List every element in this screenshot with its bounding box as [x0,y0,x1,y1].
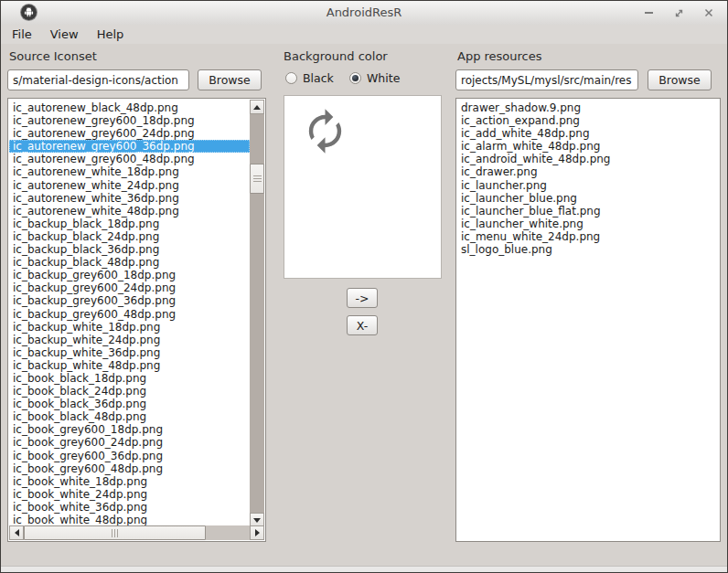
list-item[interactable]: ic_backup_white_36dp.png [9,346,250,359]
list-item[interactable]: ic_backup_white_18dp.png [9,321,250,334]
list-item[interactable]: ic_action_expand.png [457,114,719,127]
arrow-down-icon [253,518,261,523]
list-item[interactable]: ic_book_grey600_48dp.png [9,462,250,475]
list-item[interactable]: ic_book_white_48dp.png [9,514,250,525]
list-item[interactable]: ic_autorenew_grey600_36dp.png [9,140,250,153]
list-item[interactable]: ic_launcher_white.png [457,218,719,230]
maximize-button[interactable] [668,4,690,22]
close-button[interactable] [698,4,720,22]
vertical-scroll-thumb[interactable] [250,164,264,194]
menu-bar: File View Help [1,25,727,44]
list-item[interactable]: ic_autorenew_grey600_48dp.png [9,153,250,165]
horizontal-scrollbar[interactable] [9,525,264,540]
resources-path-input[interactable] [455,69,638,90]
list-item[interactable]: ic_backup_grey600_18dp.png [9,269,250,281]
list-item[interactable]: ic_book_white_24dp.png [9,488,250,501]
list-item[interactable]: ic_autorenew_white_24dp.png [9,179,250,192]
list-item[interactable]: ic_menu_white_24dp.png [457,230,719,243]
list-item[interactable]: ic_autorenew_black_48dp.png [9,101,250,114]
list-item[interactable]: ic_autorenew_grey600_18dp.png [9,114,250,127]
list-item[interactable]: ic_drawer.png [457,165,719,178]
menu-view[interactable]: View [41,26,88,43]
close-icon [704,8,713,17]
window-title: AndroidResR [1,5,727,19]
list-item[interactable]: ic_launcher_blue.png [457,192,719,205]
radio-circle-icon [349,72,361,84]
list-item[interactable]: ic_backup_grey600_36dp.png [9,294,250,307]
list-item[interactable]: ic_backup_black_48dp.png [9,256,250,269]
scroll-up-button[interactable] [250,100,264,114]
list-item[interactable]: ic_backup_white_48dp.png [9,359,250,372]
maximize-icon [674,8,684,18]
grip-icon [112,529,119,537]
list-item[interactable]: ic_backup_black_18dp.png [9,218,250,230]
scroll-left-button[interactable] [9,525,24,540]
list-item[interactable]: drawer_shadow.9.png [457,101,719,114]
menu-file[interactable]: File [3,26,41,43]
radio-black-label: Black [303,71,334,85]
minimize-icon [645,12,653,14]
list-item[interactable]: ic_alarm_white_48dp.png [457,140,719,153]
transfer-button[interactable]: -> [347,288,378,308]
list-item[interactable]: ic_android_white_48dp.png [457,153,719,165]
app-window: { "window": { "title": "AndroidResR", "i… [0,0,728,573]
vertical-scrollbar[interactable] [250,100,264,527]
list-item[interactable]: ic_book_grey600_24dp.png [9,436,250,449]
list-item[interactable]: ic_backup_black_24dp.png [9,230,250,243]
list-item[interactable]: ic_autorenew_white_18dp.png [9,165,250,178]
scroll-right-button[interactable] [250,525,264,540]
radio-circle-icon [285,72,297,84]
list-item[interactable]: ic_launcher_blue_flat.png [457,205,719,218]
list-item[interactable]: ic_book_black_36dp.png [9,398,250,410]
list-item[interactable]: ic_backup_white_24dp.png [9,334,250,346]
list-item[interactable]: ic_book_grey600_36dp.png [9,450,250,462]
app-resources-label: App resources [457,49,542,63]
source-path-input[interactable] [7,69,189,90]
title-bar[interactable]: AndroidResR [1,1,727,26]
list-item[interactable]: ic_launcher.png [457,179,719,192]
horizontal-scroll-thumb[interactable] [24,525,206,540]
minimize-button[interactable] [637,4,659,22]
list-item[interactable]: ic_autorenew_grey600_24dp.png [9,127,250,140]
menu-help[interactable]: Help [88,26,134,43]
list-item[interactable]: ic_book_black_18dp.png [9,372,250,385]
radio-white[interactable]: White [349,71,400,85]
source-file-list[interactable]: ic_autorenew_black_48dp.pngic_autorenew_… [7,98,266,542]
list-item[interactable]: ic_book_white_36dp.png [9,501,250,514]
grip-icon [253,175,262,183]
list-item[interactable]: ic_book_black_24dp.png [9,385,250,398]
list-item[interactable]: ic_book_white_18dp.png [9,475,250,488]
autorenew-icon [301,107,349,155]
remove-button[interactable]: X- [347,315,378,335]
resources-browse-button[interactable]: Browse [648,69,712,90]
source-iconset-label: Source Iconset [9,49,97,63]
list-item[interactable]: ic_add_white_48dp.png [457,127,719,140]
background-color-label: Background color [284,49,388,63]
status-bar [1,566,727,572]
icon-preview [284,95,442,279]
resources-file-list[interactable]: drawer_shadow.9.pngic_action_expand.pngi… [455,98,721,542]
list-item[interactable]: ic_book_grey600_18dp.png [9,423,250,436]
radio-black[interactable]: Black [285,71,334,85]
list-item[interactable]: ic_backup_grey600_24dp.png [9,281,250,294]
list-item[interactable]: ic_autorenew_white_48dp.png [9,205,250,218]
arrow-up-icon [253,105,261,110]
list-item[interactable]: ic_autorenew_white_36dp.png [9,192,250,205]
list-item[interactable]: ic_book_black_48dp.png [9,410,250,423]
list-item[interactable]: sl_logo_blue.png [457,243,719,256]
radio-white-label: White [367,71,400,85]
list-item[interactable]: ic_backup_grey600_48dp.png [9,308,250,321]
list-item[interactable]: ic_backup_black_36dp.png [9,243,250,256]
arrow-right-icon [255,529,260,536]
arrow-left-icon [15,529,19,536]
source-browse-button[interactable]: Browse [198,69,262,90]
